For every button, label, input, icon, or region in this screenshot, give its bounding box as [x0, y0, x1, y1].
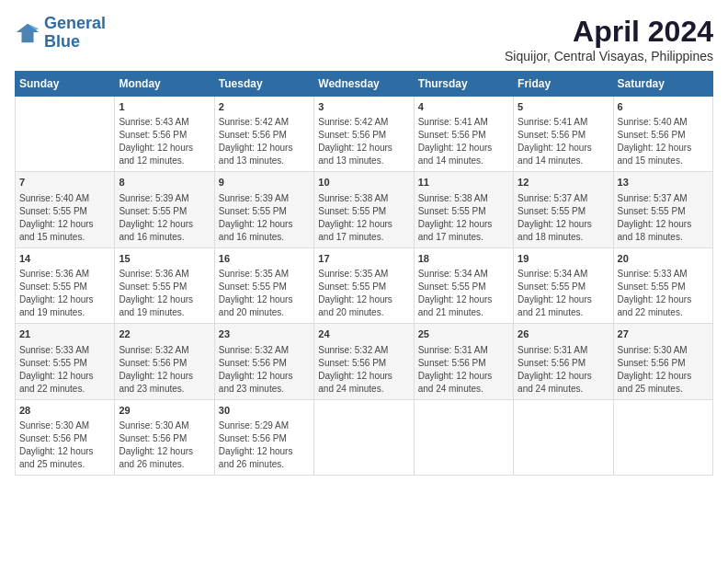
- logo: GeneralBlue: [15, 15, 106, 52]
- day-info: Sunrise: 5:33 AM Sunset: 5:55 PM Dayligh…: [19, 344, 110, 396]
- day-number: 20: [618, 252, 709, 266]
- header-wednesday: Wednesday: [314, 72, 414, 97]
- calendar-cell: 6Sunrise: 5:40 AM Sunset: 5:56 PM Daylig…: [613, 97, 712, 172]
- calendar-cell: 10Sunrise: 5:38 AM Sunset: 5:55 PM Dayli…: [314, 172, 414, 247]
- day-info: Sunrise: 5:41 AM Sunset: 5:56 PM Dayligh…: [518, 116, 609, 167]
- calendar-cell: 2Sunrise: 5:42 AM Sunset: 5:56 PM Daylig…: [214, 97, 313, 172]
- day-number: 11: [418, 176, 509, 190]
- calendar-cell: 17Sunrise: 5:35 AM Sunset: 5:55 PM Dayli…: [314, 247, 414, 323]
- day-number: 27: [618, 327, 709, 341]
- day-number: 13: [618, 176, 709, 190]
- day-number: 12: [518, 176, 609, 190]
- day-info: Sunrise: 5:39 AM Sunset: 5:55 PM Dayligh…: [119, 192, 210, 244]
- calendar-week-1: 1Sunrise: 5:43 AM Sunset: 5:56 PM Daylig…: [16, 97, 713, 172]
- calendar-cell: 7Sunrise: 5:40 AM Sunset: 5:55 PM Daylig…: [16, 172, 115, 247]
- location: Siquijor, Central Visayas, Philippines: [505, 49, 713, 63]
- calendar-cell: [613, 399, 712, 475]
- calendar-cell: 20Sunrise: 5:33 AM Sunset: 5:55 PM Dayli…: [613, 247, 712, 323]
- title-block: April 2024 Siquijor, Central Visayas, Ph…: [505, 15, 713, 63]
- calendar-cell: 4Sunrise: 5:41 AM Sunset: 5:56 PM Daylig…: [414, 97, 513, 172]
- day-info: Sunrise: 5:42 AM Sunset: 5:56 PM Dayligh…: [219, 116, 310, 167]
- calendar-cell: 22Sunrise: 5:32 AM Sunset: 5:56 PM Dayli…: [115, 324, 214, 399]
- header-monday: Monday: [115, 72, 214, 97]
- day-number: 22: [119, 327, 210, 341]
- calendar-week-2: 7Sunrise: 5:40 AM Sunset: 5:55 PM Daylig…: [16, 172, 713, 247]
- calendar-cell: 18Sunrise: 5:34 AM Sunset: 5:55 PM Dayli…: [414, 247, 513, 323]
- calendar-cell: 1Sunrise: 5:43 AM Sunset: 5:56 PM Daylig…: [115, 97, 214, 172]
- day-info: Sunrise: 5:40 AM Sunset: 5:55 PM Dayligh…: [19, 192, 110, 244]
- day-info: Sunrise: 5:42 AM Sunset: 5:56 PM Dayligh…: [318, 116, 409, 167]
- calendar-cell: 15Sunrise: 5:36 AM Sunset: 5:55 PM Dayli…: [115, 247, 214, 323]
- calendar-cell: 3Sunrise: 5:42 AM Sunset: 5:56 PM Daylig…: [314, 97, 414, 172]
- day-info: Sunrise: 5:38 AM Sunset: 5:55 PM Dayligh…: [418, 192, 509, 244]
- day-number: 28: [19, 404, 110, 418]
- day-number: 2: [219, 100, 310, 114]
- header-friday: Friday: [514, 72, 613, 97]
- day-number: 19: [518, 252, 609, 266]
- day-info: Sunrise: 5:29 AM Sunset: 5:56 PM Dayligh…: [219, 419, 310, 471]
- day-info: Sunrise: 5:43 AM Sunset: 5:56 PM Dayligh…: [119, 116, 210, 167]
- calendar-header-row: SundayMondayTuesdayWednesdayThursdayFrid…: [16, 72, 713, 97]
- calendar-cell: [16, 97, 115, 172]
- calendar-cell: [514, 399, 613, 475]
- day-number: 5: [518, 100, 609, 114]
- day-info: Sunrise: 5:30 AM Sunset: 5:56 PM Dayligh…: [119, 419, 210, 471]
- day-info: Sunrise: 5:30 AM Sunset: 5:56 PM Dayligh…: [19, 419, 110, 471]
- day-number: 23: [219, 327, 310, 341]
- calendar-cell: 25Sunrise: 5:31 AM Sunset: 5:56 PM Dayli…: [414, 324, 513, 399]
- logo-icon: [15, 20, 40, 46]
- day-number: 9: [219, 176, 310, 190]
- calendar-cell: 26Sunrise: 5:31 AM Sunset: 5:56 PM Dayli…: [514, 324, 613, 399]
- calendar-cell: 21Sunrise: 5:33 AM Sunset: 5:55 PM Dayli…: [16, 324, 115, 399]
- header-thursday: Thursday: [414, 72, 513, 97]
- day-number: 1: [119, 100, 210, 114]
- header-tuesday: Tuesday: [214, 72, 313, 97]
- calendar-cell: 24Sunrise: 5:32 AM Sunset: 5:56 PM Dayli…: [314, 324, 414, 399]
- calendar-cell: 13Sunrise: 5:37 AM Sunset: 5:55 PM Dayli…: [613, 172, 712, 247]
- calendar-cell: 29Sunrise: 5:30 AM Sunset: 5:56 PM Dayli…: [115, 399, 214, 475]
- calendar-cell: 27Sunrise: 5:30 AM Sunset: 5:56 PM Dayli…: [613, 324, 712, 399]
- day-number: 25: [418, 327, 509, 341]
- calendar-week-5: 28Sunrise: 5:30 AM Sunset: 5:56 PM Dayli…: [16, 399, 713, 475]
- calendar-table: SundayMondayTuesdayWednesdayThursdayFrid…: [15, 71, 713, 476]
- calendar-cell: 9Sunrise: 5:39 AM Sunset: 5:55 PM Daylig…: [214, 172, 313, 247]
- svg-marker-0: [17, 24, 39, 43]
- day-info: Sunrise: 5:32 AM Sunset: 5:56 PM Dayligh…: [219, 344, 310, 396]
- calendar-cell: [414, 399, 513, 475]
- day-info: Sunrise: 5:32 AM Sunset: 5:56 PM Dayligh…: [119, 344, 210, 396]
- day-info: Sunrise: 5:36 AM Sunset: 5:55 PM Dayligh…: [19, 268, 110, 319]
- day-number: 10: [318, 176, 409, 190]
- calendar-cell: 14Sunrise: 5:36 AM Sunset: 5:55 PM Dayli…: [16, 247, 115, 323]
- day-info: Sunrise: 5:35 AM Sunset: 5:55 PM Dayligh…: [219, 268, 310, 319]
- calendar-cell: 12Sunrise: 5:37 AM Sunset: 5:55 PM Dayli…: [514, 172, 613, 247]
- day-info: Sunrise: 5:38 AM Sunset: 5:55 PM Dayligh…: [318, 192, 409, 244]
- day-info: Sunrise: 5:39 AM Sunset: 5:55 PM Dayligh…: [219, 192, 310, 244]
- calendar-cell: 30Sunrise: 5:29 AM Sunset: 5:56 PM Dayli…: [214, 399, 313, 475]
- day-info: Sunrise: 5:40 AM Sunset: 5:56 PM Dayligh…: [618, 116, 709, 167]
- day-info: Sunrise: 5:31 AM Sunset: 5:56 PM Dayligh…: [518, 344, 609, 396]
- calendar-cell: 5Sunrise: 5:41 AM Sunset: 5:56 PM Daylig…: [514, 97, 613, 172]
- day-info: Sunrise: 5:37 AM Sunset: 5:55 PM Dayligh…: [518, 192, 609, 244]
- day-info: Sunrise: 5:32 AM Sunset: 5:56 PM Dayligh…: [318, 344, 409, 396]
- day-number: 4: [418, 100, 509, 114]
- calendar-cell: 16Sunrise: 5:35 AM Sunset: 5:55 PM Dayli…: [214, 247, 313, 323]
- day-info: Sunrise: 5:36 AM Sunset: 5:55 PM Dayligh…: [119, 268, 210, 319]
- day-number: 18: [418, 252, 509, 266]
- logo-text: GeneralBlue: [44, 15, 106, 52]
- day-number: 24: [318, 327, 409, 341]
- calendar-week-3: 14Sunrise: 5:36 AM Sunset: 5:55 PM Dayli…: [16, 247, 713, 323]
- day-info: Sunrise: 5:37 AM Sunset: 5:55 PM Dayligh…: [618, 192, 709, 244]
- day-info: Sunrise: 5:33 AM Sunset: 5:55 PM Dayligh…: [618, 268, 709, 319]
- day-number: 30: [219, 404, 310, 418]
- calendar-cell: 8Sunrise: 5:39 AM Sunset: 5:55 PM Daylig…: [115, 172, 214, 247]
- day-number: 15: [119, 252, 210, 266]
- day-number: 16: [219, 252, 310, 266]
- day-number: 17: [318, 252, 409, 266]
- day-number: 8: [119, 176, 210, 190]
- header-saturday: Saturday: [613, 72, 712, 97]
- calendar-cell: 19Sunrise: 5:34 AM Sunset: 5:55 PM Dayli…: [514, 247, 613, 323]
- calendar-cell: 11Sunrise: 5:38 AM Sunset: 5:55 PM Dayli…: [414, 172, 513, 247]
- calendar-cell: 28Sunrise: 5:30 AM Sunset: 5:56 PM Dayli…: [16, 399, 115, 475]
- month-title: April 2024: [505, 15, 713, 49]
- day-number: 14: [19, 252, 110, 266]
